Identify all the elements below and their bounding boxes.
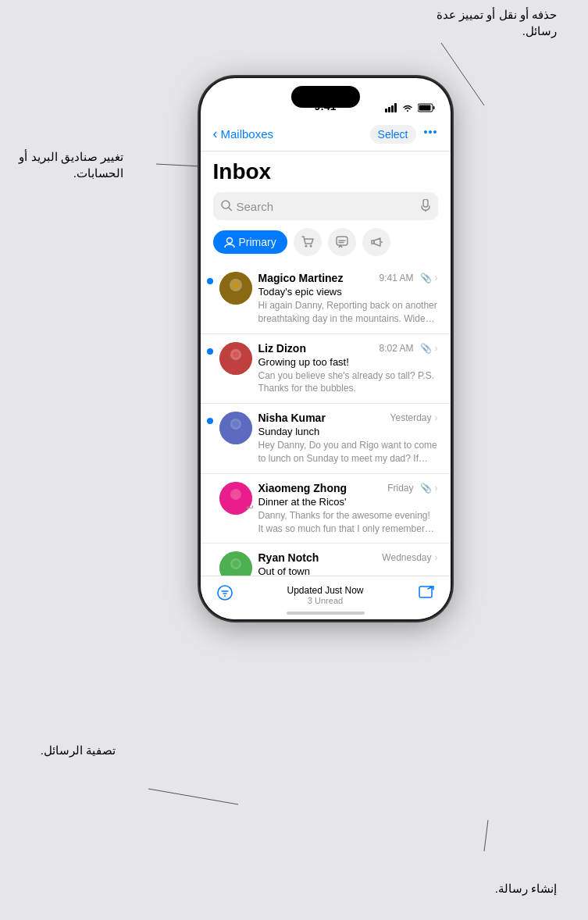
email-preview: Hi again Danny, Reporting back on anothe… (258, 299, 438, 326)
svg-rect-6 (391, 105, 394, 112)
email-time: Yesterday (390, 412, 432, 423)
mail-content: Inbox Search (201, 152, 451, 576)
email-time: 9:41 AM (379, 273, 413, 283)
inbox-title: Inbox (201, 152, 451, 189)
email-time-row: 9:41 AM 📎 › (379, 273, 437, 283)
filter-tabs: Primary (201, 228, 451, 264)
more-button[interactable] (422, 124, 438, 144)
email-body: Xiaomeng Zhong Friday 📎 › Dinner at the … (258, 482, 438, 536)
nav-back-button[interactable]: ‹ Mailboxes (213, 126, 274, 142)
email-subject: Out of town (258, 565, 438, 576)
select-button[interactable]: Select (370, 125, 416, 144)
chevron-icon: › (435, 343, 438, 354)
email-item[interactable]: Nisha Kumar Yesterday › Sunday lunch Hey… (201, 404, 451, 474)
email-time-row: Wednesday › (382, 552, 437, 563)
status-icons (385, 103, 435, 112)
tab-primary-label: Primary (239, 236, 276, 248)
filter-icon (216, 584, 233, 601)
svg-line-15 (229, 208, 232, 211)
avatar (219, 342, 252, 375)
email-subject: Sunday lunch (258, 426, 438, 437)
email-item[interactable]: Ryan Notch Wednesday › Out of town Howdy… (201, 544, 451, 576)
email-sender: Liz Dizon (258, 342, 306, 355)
bottom-status: Updated Just Now 3 Unread (233, 585, 418, 605)
svg-rect-9 (433, 106, 434, 109)
outer-wrapper: حذفه أو نقل أو تمييز عدة رسائل. تغيير صن… (0, 0, 588, 920)
email-preview: Hey Danny, Do you and Rigo want to come … (258, 439, 438, 465)
unread-count: 3 Unread (233, 596, 418, 605)
email-sender: Ryan Notch (258, 551, 319, 564)
email-subject: Growing up too fast! (258, 356, 438, 368)
email-item[interactable]: Liz Dizon 8:02 AM 📎 › Growing up too fas… (201, 334, 451, 405)
svg-rect-16 (423, 199, 428, 207)
mailboxes-label: Mailboxes (221, 127, 274, 141)
email-sender: Nisha Kumar (258, 412, 326, 424)
email-item[interactable]: ↩ Xiaomeng Zhong Friday 📎 › Dinner at th… (201, 474, 451, 544)
email-body: Magico Martinez 9:41 AM 📎 › Today's epic… (258, 272, 438, 326)
dynamic-island (291, 86, 360, 108)
signal-icon (385, 103, 397, 112)
email-sender: Magico Martinez (258, 272, 344, 284)
svg-point-13 (433, 130, 437, 134)
svg-rect-4 (385, 109, 387, 112)
nav-right-buttons: Select (370, 124, 438, 144)
mic-icon (421, 199, 430, 214)
attachment-icon: 📎 (420, 343, 432, 354)
email-header: Magico Martinez 9:41 AM 📎 › (258, 272, 438, 284)
svg-point-27 (232, 281, 240, 289)
unread-dot (207, 278, 213, 284)
email-body: Nisha Kumar Yesterday › Sunday lunch Hey… (258, 412, 438, 465)
svg-point-43 (218, 586, 232, 600)
email-header: Liz Dizon 8:02 AM 📎 › (258, 342, 438, 355)
phone-frame: 9:41 (201, 78, 451, 619)
email-list: Magico Martinez 9:41 AM 📎 › Today's epic… (201, 264, 451, 576)
email-subject: Today's epic views (258, 286, 438, 298)
email-preview: Can you believe she's already so tall? P… (258, 369, 438, 396)
filter-button[interactable] (216, 584, 233, 605)
email-item[interactable]: Magico Martinez 9:41 AM 📎 › Today's epic… (201, 264, 451, 334)
tab-conversations[interactable] (328, 228, 356, 256)
svg-point-36 (232, 490, 239, 497)
email-time-row: Friday 📎 › (387, 483, 437, 494)
email-time: 8:02 AM (379, 343, 413, 354)
svg-point-20 (309, 245, 312, 248)
battery-icon (418, 103, 435, 112)
chevron-icon: › (435, 552, 438, 563)
email-preview: Danny, Thanks for the awesome evening! I… (258, 509, 438, 536)
email-header: Nisha Kumar Yesterday › (258, 412, 438, 424)
avatar (219, 272, 252, 305)
back-chevron-icon: ‹ (213, 126, 218, 142)
bubble-icon (335, 235, 349, 249)
more-icon (422, 124, 438, 140)
tab-primary[interactable]: Primary (213, 230, 287, 254)
nav-bar: ‹ Mailboxes Select (201, 117, 451, 152)
email-time-row: Yesterday › (390, 412, 438, 423)
replied-icon: ↩ (246, 502, 254, 513)
annotation-left-upper: تغيير صناديق البريد أو الحسابات. (6, 148, 123, 181)
svg-line-3 (484, 820, 488, 851)
svg-point-33 (232, 421, 239, 428)
svg-point-39 (232, 561, 239, 568)
email-header: Ryan Notch Wednesday › (258, 551, 438, 564)
status-text: Updated Just Now (233, 585, 418, 596)
email-body: Liz Dizon 8:02 AM 📎 › Growing up too fas… (258, 342, 438, 396)
svg-rect-5 (388, 107, 390, 112)
person-icon (224, 237, 235, 248)
annotation-bottom-right: إنشاء رسالة. (455, 880, 557, 897)
svg-point-19 (305, 245, 307, 248)
search-bar[interactable]: Search (213, 192, 438, 220)
compose-button[interactable] (418, 584, 435, 605)
svg-point-11 (424, 130, 427, 134)
email-time: Friday (387, 483, 413, 494)
email-time-row: 8:02 AM 📎 › (379, 343, 437, 354)
avatar (219, 412, 252, 444)
tab-promotions[interactable] (362, 228, 390, 256)
megaphone-icon (369, 235, 383, 249)
tab-shopping[interactable] (294, 228, 322, 256)
chevron-icon: › (435, 483, 438, 494)
svg-rect-7 (394, 103, 397, 112)
home-indicator (287, 612, 365, 615)
search-icon (221, 200, 232, 213)
unread-dot (207, 348, 213, 355)
email-sender: Xiaomeng Zhong (258, 482, 347, 494)
